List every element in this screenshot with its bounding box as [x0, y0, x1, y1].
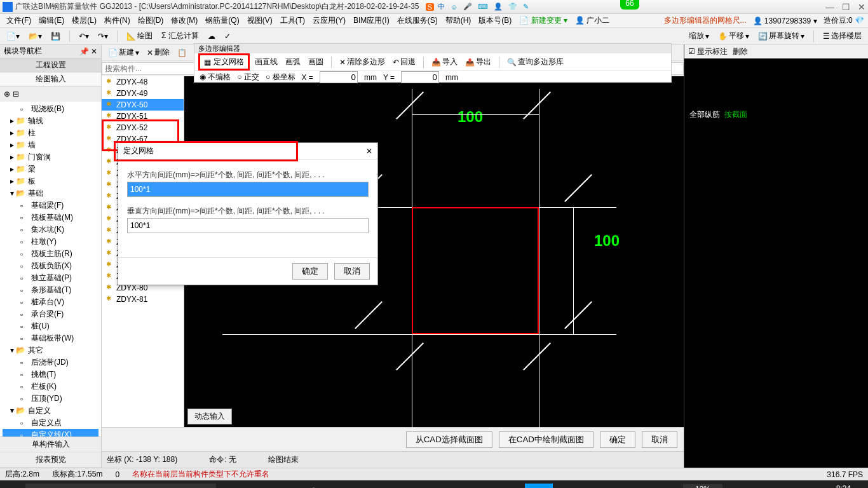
in-cad-button[interactable]: 在CAD中绘制截面图: [499, 431, 593, 448]
query-poly-button[interactable]: 🔍 查询多边形库: [505, 56, 566, 68]
tree-node[interactable]: ▸ 📁 墙: [3, 139, 98, 151]
export-button[interactable]: 📤 导出: [463, 56, 494, 68]
tree-node[interactable]: ▸ 📁 梁: [3, 163, 98, 175]
notification-text[interactable]: 多边形编辑器的网格尺...: [664, 15, 747, 26]
dynamic-input-button[interactable]: 动态输入: [187, 409, 232, 424]
tree-node[interactable]: ▫ 独立基础(P): [3, 272, 98, 284]
radio-ortho[interactable]: 正交: [237, 72, 259, 83]
tree-node[interactable]: ▾ 📂 基础: [3, 187, 98, 200]
draw-line-button[interactable]: 画直线: [252, 56, 280, 68]
tree-node[interactable]: ▫ 挑檐(T): [3, 369, 98, 381]
draw-circle-button[interactable]: 画圆: [306, 56, 326, 68]
jiemian-label[interactable]: 按截面: [724, 110, 747, 119]
list-item[interactable]: ZDYX-48: [102, 76, 184, 88]
draw-button[interactable]: 📐 绘图: [124, 30, 155, 42]
cpu-meter[interactable]: 12% CPU使用: [683, 484, 722, 488]
ime-s-icon[interactable]: S: [426, 3, 434, 11]
cancel-button[interactable]: 取消: [642, 431, 677, 448]
menu-modify[interactable]: 修改(M): [168, 15, 200, 26]
cloud-button[interactable]: ☁: [205, 31, 218, 41]
tree-node[interactable]: ▫ 承台梁(F): [3, 308, 98, 320]
clock[interactable]: 8:34 2018/5/4: [821, 485, 851, 488]
rotate-button[interactable]: 🔄 屏幕旋转 ▾: [756, 30, 807, 42]
tab-draw-input[interactable]: 绘图输入: [0, 72, 101, 86]
tree-node[interactable]: ▫ 压顶(YD): [3, 393, 98, 405]
user-badge[interactable]: 👤 广小二: [573, 15, 612, 26]
pin-icon[interactable]: 📌 ✕: [79, 47, 97, 56]
collapse-icon[interactable]: ⊟: [13, 90, 19, 98]
tree-node[interactable]: ▫ 基础梁(F): [3, 200, 98, 212]
pan-button[interactable]: ✋ 平移 ▾: [715, 30, 752, 42]
back-button[interactable]: ↶ 回退: [390, 56, 418, 68]
ime-lang[interactable]: 中: [436, 2, 447, 11]
tree-node[interactable]: ▸ 📁 板: [3, 175, 98, 187]
show-mark-button[interactable]: ☑ 显示标注: [688, 46, 728, 57]
menu-help[interactable]: 帮助(H): [443, 15, 474, 26]
tree-node[interactable]: ▫ 现浇板(B): [3, 103, 98, 115]
list-item[interactable]: ZDYX-51: [102, 111, 184, 122]
from-cad-button[interactable]: 从CAD选择截面图: [406, 431, 492, 448]
tree-node[interactable]: ▫ 后浇带(JD): [3, 356, 98, 369]
nav-tree[interactable]: ▫ 现浇板(B)▸ 📁 轴线▸ 📁 柱▸ 📁 墙▸ 📁 门窗洞▸ 📁 梁▸ 📁 …: [0, 102, 101, 437]
tree-node[interactable]: ▫ 自定义线(X): [3, 429, 98, 437]
menu-bim[interactable]: BIM应用(I): [351, 15, 392, 26]
menu-draw[interactable]: 绘图(D): [135, 15, 166, 26]
tree-node[interactable]: ▫ 筏板负筋(X): [3, 260, 98, 272]
menu-tools[interactable]: 工具(T): [278, 15, 308, 26]
ok-button[interactable]: 确定: [600, 431, 635, 448]
tree-node[interactable]: ▸ 📁 柱: [3, 127, 98, 139]
tree-node[interactable]: ▫ 桩承台(V): [3, 296, 98, 308]
y-input[interactable]: [401, 71, 439, 83]
tree-node[interactable]: ▫ 自定义点: [3, 417, 98, 429]
minimize-button[interactable]: —: [825, 2, 834, 12]
x-input[interactable]: [320, 71, 358, 83]
taskbar-search[interactable]: ○ 在这里输入你要搜索的内容: [25, 484, 216, 488]
save-button[interactable]: 💾: [48, 31, 63, 41]
radio-nogrid[interactable]: 不编格: [200, 72, 231, 83]
sum-calc-button[interactable]: Σ 汇总计算: [159, 30, 201, 42]
dialog-ok-button[interactable]: 确定: [292, 263, 328, 280]
tree-node[interactable]: ▸ 📁 门窗洞: [3, 151, 98, 163]
menu-cloud[interactable]: 云应用(Y): [310, 15, 348, 26]
draw-arc-button[interactable]: 画弧: [283, 56, 303, 68]
undo-button[interactable]: ↶▾: [76, 31, 92, 41]
tree-node[interactable]: ▫ 筏板主筋(R): [3, 248, 98, 260]
tree-node[interactable]: ▫ 柱墩(Y): [3, 236, 98, 248]
h-spacing-input[interactable]: [127, 182, 369, 197]
tree-node[interactable]: ▸ 📁 轴线: [3, 115, 98, 127]
list-item[interactable]: ZDYX-50: [102, 99, 184, 111]
new-item-button[interactable]: 📄 新建 ▾: [105, 46, 142, 58]
select-floor-button[interactable]: ☰ 选择楼层: [820, 30, 864, 42]
tree-node[interactable]: ▫ 筏板基础(M): [3, 212, 98, 224]
zoom-button[interactable]: 缩放 ▾: [686, 30, 712, 42]
report-preview-tab[interactable]: 报表预览: [0, 452, 101, 468]
single-component-tab[interactable]: 单构件输入: [0, 437, 101, 452]
dialog-cancel-button[interactable]: 取消: [334, 263, 370, 280]
copy-button[interactable]: 📋: [175, 48, 189, 58]
new-file-button[interactable]: 📄▾: [4, 31, 22, 41]
close-button[interactable]: ✕: [858, 2, 865, 12]
expand-icon[interactable]: ⊕: [4, 90, 10, 98]
tree-node[interactable]: ▫ 集水坑(K): [3, 224, 98, 236]
clear-poly-button[interactable]: ✕ 清除多边形: [337, 56, 388, 68]
delete-item-button[interactable]: ✕ 删除: [144, 46, 172, 58]
menu-floor[interactable]: 楼层(L): [69, 15, 99, 26]
import-button[interactable]: 📥 导入: [429, 56, 460, 68]
v-spacing-input[interactable]: [127, 218, 369, 233]
menu-version[interactable]: 版本号(B): [476, 15, 514, 26]
menu-rebar[interactable]: 钢筋量(Q): [203, 15, 241, 26]
menu-component[interactable]: 构件(N): [102, 15, 133, 26]
tree-node[interactable]: ▫ 栏板(K): [3, 381, 98, 393]
menu-view[interactable]: 视图(V): [245, 15, 275, 26]
tab-project-settings[interactable]: 工程设置: [0, 58, 101, 72]
define-grid-button[interactable]: ▦ 定义网格: [198, 53, 250, 71]
tree-node[interactable]: ▫ 基础板带(W): [3, 332, 98, 344]
tree-node[interactable]: ▾ 📂 其它: [3, 344, 98, 356]
list-item[interactable]: ZDYX-49: [102, 88, 184, 99]
menu-online[interactable]: 在线服务(S): [395, 15, 440, 26]
tree-node[interactable]: ▫ 条形基础(T): [3, 284, 98, 296]
maximize-button[interactable]: ☐: [842, 2, 850, 12]
menu-file[interactable]: 文件(F): [4, 15, 34, 26]
tree-node[interactable]: ▾ 📂 自定义: [3, 405, 98, 417]
list-item[interactable]: ZDYX-52: [102, 122, 184, 133]
